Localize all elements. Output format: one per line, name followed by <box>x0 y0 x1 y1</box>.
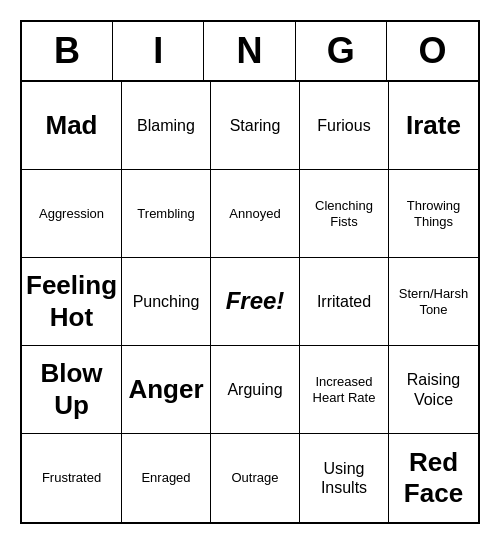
cell-text: Blow Up <box>26 358 117 420</box>
bingo-cell: Throwing Things <box>389 170 478 258</box>
cell-text: Furious <box>317 116 370 135</box>
cell-text: Irate <box>406 110 461 141</box>
cell-text: Red Face <box>393 447 474 509</box>
bingo-cell: Irritated <box>300 258 389 346</box>
bingo-cell: Outrage <box>211 434 300 522</box>
bingo-cell: Stern/Harsh Tone <box>389 258 478 346</box>
cell-text: Enraged <box>141 470 190 486</box>
cell-text: Using Insults <box>304 459 384 497</box>
bingo-header: BINGO <box>22 22 478 82</box>
cell-text: Aggression <box>39 206 104 222</box>
bingo-grid: MadBlamingStaringFuriousIrateAggressionT… <box>22 82 478 522</box>
bingo-letter: N <box>204 22 295 80</box>
cell-text: Irritated <box>317 292 371 311</box>
bingo-cell: Mad <box>22 82 122 170</box>
bingo-cell: Anger <box>122 346 211 434</box>
bingo-letter: I <box>113 22 204 80</box>
cell-text: Blaming <box>137 116 195 135</box>
cell-text: Throwing Things <box>393 198 474 229</box>
bingo-letter: O <box>387 22 478 80</box>
bingo-cell: Feeling Hot <box>22 258 122 346</box>
bingo-cell: Staring <box>211 82 300 170</box>
bingo-cell: Raising Voice <box>389 346 478 434</box>
cell-text: Annoyed <box>229 206 280 222</box>
cell-text: Outrage <box>232 470 279 486</box>
cell-text: Anger <box>128 374 203 405</box>
cell-text: Raising Voice <box>393 370 474 408</box>
bingo-cell: Free! <box>211 258 300 346</box>
cell-text: Stern/Harsh Tone <box>393 286 474 317</box>
bingo-card: BINGO MadBlamingStaringFuriousIrateAggre… <box>20 20 480 524</box>
cell-text: Free! <box>226 287 285 316</box>
bingo-cell: Aggression <box>22 170 122 258</box>
bingo-letter: G <box>296 22 387 80</box>
cell-text: Arguing <box>227 380 282 399</box>
cell-text: Staring <box>230 116 281 135</box>
bingo-cell: Clenching Fists <box>300 170 389 258</box>
bingo-cell: Blow Up <box>22 346 122 434</box>
bingo-cell: Arguing <box>211 346 300 434</box>
cell-text: Increased Heart Rate <box>304 374 384 405</box>
bingo-cell: Irate <box>389 82 478 170</box>
bingo-cell: Trembling <box>122 170 211 258</box>
bingo-cell: Enraged <box>122 434 211 522</box>
bingo-letter: B <box>22 22 113 80</box>
bingo-cell: Red Face <box>389 434 478 522</box>
bingo-cell: Using Insults <box>300 434 389 522</box>
bingo-cell: Annoyed <box>211 170 300 258</box>
cell-text: Frustrated <box>42 470 101 486</box>
bingo-cell: Furious <box>300 82 389 170</box>
bingo-cell: Frustrated <box>22 434 122 522</box>
cell-text: Feeling Hot <box>26 270 117 332</box>
bingo-cell: Punching <box>122 258 211 346</box>
bingo-cell: Increased Heart Rate <box>300 346 389 434</box>
cell-text: Punching <box>133 292 200 311</box>
cell-text: Clenching Fists <box>304 198 384 229</box>
bingo-cell: Blaming <box>122 82 211 170</box>
cell-text: Mad <box>46 110 98 141</box>
cell-text: Trembling <box>137 206 194 222</box>
